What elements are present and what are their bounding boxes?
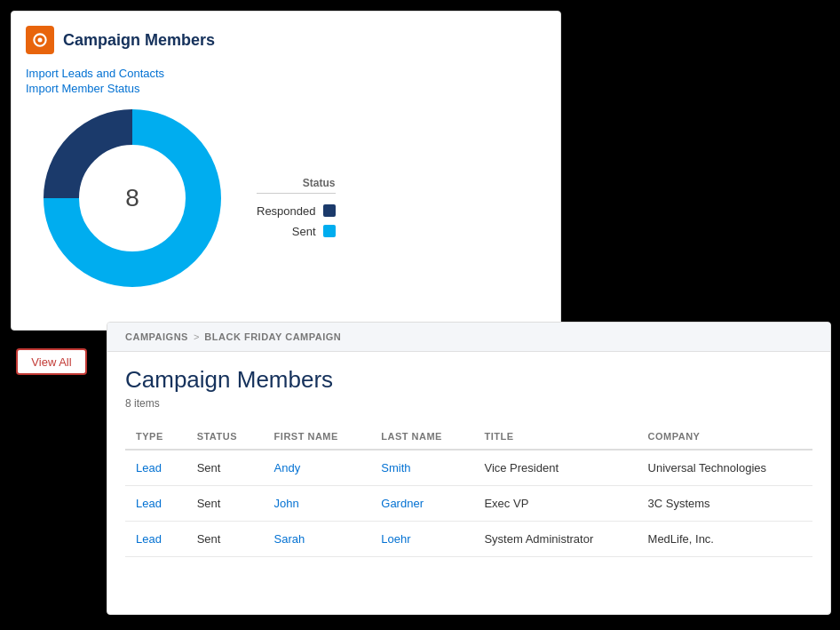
cell-title: Exec VP <box>473 486 637 522</box>
import-status-link[interactable]: Import Member Status <box>26 82 546 95</box>
col-first-name: FIRST NAME <box>264 424 371 450</box>
breadcrumb-campaign-name: BLACK FRIDAY CAMPAIGN <box>204 331 341 342</box>
items-count: 8 items <box>125 397 812 410</box>
campaign-icon <box>26 26 54 54</box>
svg-point-1 <box>38 38 43 43</box>
cell-type[interactable]: Lead <box>125 522 186 557</box>
col-type: TYPE <box>125 424 186 450</box>
col-title: TITLE <box>473 424 637 450</box>
import-leads-link[interactable]: Import Leads and Contacts <box>26 67 546 80</box>
panel-title: Campaign Members <box>125 366 812 394</box>
table-header: TYPE STATUS FIRST NAME LAST NAME TITLE C… <box>125 424 812 450</box>
widget-header: Campaign Members <box>26 26 546 54</box>
cell-type[interactable]: Lead <box>125 450 186 486</box>
campaign-members-panel: CAMPAIGNS > BLACK FRIDAY CAMPAIGN Campai… <box>107 322 831 615</box>
table-row: LeadSentJohnGardnerExec VP3C Systems <box>125 486 812 522</box>
cell-status: Sent <box>186 450 264 486</box>
col-status: STATUS <box>186 424 264 450</box>
cell-first-name[interactable]: Andy <box>264 450 371 486</box>
chart-legend: Status Responded Sent <box>257 177 336 238</box>
cell-company: Universal Technologies <box>638 450 812 486</box>
cell-type[interactable]: Lead <box>125 486 186 522</box>
view-all-button[interactable]: View All <box>16 348 87 375</box>
cell-title: System Administrator <box>473 522 637 557</box>
legend-item-responded: Responded <box>257 204 336 218</box>
breadcrumb-separator: > <box>194 331 199 342</box>
breadcrumb-campaigns: CAMPAIGNS <box>125 331 188 342</box>
campaign-members-widget: Campaign Members Import Leads and Contac… <box>11 11 561 331</box>
widget-title: Campaign Members <box>63 31 215 50</box>
cell-status: Sent <box>186 486 264 522</box>
cell-title: Vice President <box>473 450 637 486</box>
chart-area: 8 Status Responded Sent <box>26 109 546 287</box>
cell-first-name[interactable]: John <box>264 486 371 522</box>
table-row: LeadSentAndySmithVice PresidentUniversal… <box>125 450 812 486</box>
col-company: COMPANY <box>638 424 812 450</box>
chart-total: 8 <box>125 184 139 212</box>
members-table: TYPE STATUS FIRST NAME LAST NAME TITLE C… <box>125 424 812 557</box>
legend-responded-label: Responded <box>257 204 316 218</box>
cell-company: 3C Systems <box>638 486 812 522</box>
cell-last-name[interactable]: Gardner <box>370 486 473 522</box>
legend-title: Status <box>257 177 336 194</box>
cell-last-name[interactable]: Smith <box>370 450 473 486</box>
legend-item-sent: Sent <box>257 225 336 238</box>
donut-chart: 8 <box>44 109 221 287</box>
table-row: LeadSentSarahLoehrSystem AdministratorMe… <box>125 522 812 557</box>
cell-company: MedLife, Inc. <box>638 522 812 557</box>
cell-first-name[interactable]: Sarah <box>264 522 371 557</box>
cell-status: Sent <box>186 522 264 557</box>
col-last-name: LAST NAME <box>370 424 473 450</box>
legend-sent-label: Sent <box>292 225 316 238</box>
legend-sent-swatch <box>323 225 336 237</box>
breadcrumb: CAMPAIGNS > BLACK FRIDAY CAMPAIGN <box>107 323 830 352</box>
table-body: LeadSentAndySmithVice PresidentUniversal… <box>125 450 812 557</box>
import-links-section: Import Leads and Contacts Import Member … <box>26 67 546 95</box>
cell-last-name[interactable]: Loehr <box>370 522 473 557</box>
legend-responded-swatch <box>323 204 336 217</box>
panel-content: Campaign Members 8 items TYPE STATUS FIR… <box>107 352 830 571</box>
